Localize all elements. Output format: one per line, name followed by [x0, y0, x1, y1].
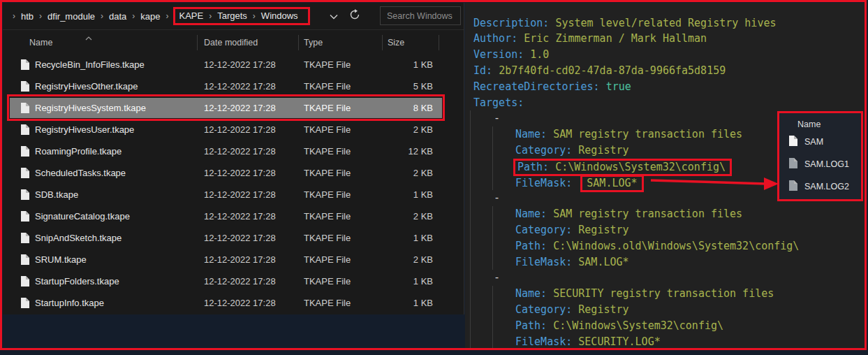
file-date-modified: 12-12-2022 17:28 — [204, 227, 276, 249]
file-row[interactable]: RegistryHivesSystem.tkape12-12-2022 17:2… — [3, 97, 464, 119]
yaml-key: RecreateDirectories: — [473, 80, 600, 93]
annotation-overlay-file-list: Name SAMSAM.LOG1SAM.LOG2 — [777, 111, 863, 201]
breadcrumb-item-data[interactable]: data — [106, 11, 129, 22]
yaml-value: SECURITY registry transaction files — [553, 287, 774, 300]
file-row[interactable]: RoamingProfile.tkape12-12-2022 17:28TKAP… — [3, 140, 464, 162]
breadcrumb-chevron-icon: › — [98, 11, 106, 21]
yaml-line-author: Author: Eric Zimmerman / Mark Hallman — [473, 31, 866, 47]
column-header-size[interactable]: Size — [388, 32, 404, 53]
file-icon — [21, 124, 29, 137]
address-dropdown-icon[interactable] — [330, 10, 338, 22]
overlay-file-name: SAM — [804, 137, 823, 147]
file-size: 2 KB — [352, 162, 433, 184]
yaml-dash: - — [494, 271, 500, 284]
file-size: 12 KB — [352, 140, 433, 162]
file-row[interactable]: SnipAndSketch.tkape12-12-2022 17:28TKAPE… — [3, 227, 464, 249]
file-row[interactable]: StartupInfo.tkape12-12-2022 17:28TKAPE F… — [3, 292, 464, 314]
column-header-type[interactable]: Type — [304, 32, 323, 53]
yaml-line-filemask: FileMask: SAM.LOG* — [473, 254, 866, 270]
yaml-line-targets: Targets: — [473, 95, 866, 111]
file-name: SnipAndSketch.tkape — [35, 227, 122, 249]
annotation-box-filemask: SAM.LOG* — [580, 175, 643, 192]
file-type: TKAPE File — [304, 205, 351, 227]
breadcrumb-item-htb[interactable]: htb — [18, 11, 36, 22]
file-size: 1 KB — [352, 270, 433, 292]
breadcrumb-item-Windows[interactable]: Windows — [258, 10, 301, 21]
search-box — [380, 6, 461, 25]
yaml-list-dash: - — [473, 270, 866, 286]
yaml-key: FileMask: — [515, 335, 572, 348]
column-headers: NameDate modifiedTypeSize — [3, 32, 464, 53]
file-icon — [21, 254, 29, 267]
column-divider — [197, 35, 198, 50]
file-row[interactable]: SDB.tkape12-12-2022 17:28TKAPE File1 KB — [3, 184, 464, 205]
yaml-value: SAM registry transaction files — [553, 208, 742, 220]
breadcrumb-highlight-box: KAPE›Targets›Windows — [173, 7, 310, 25]
file-type: TKAPE File — [304, 184, 351, 205]
yaml-key: Name: — [515, 208, 547, 220]
overlay-file-row[interactable]: SAM — [779, 131, 861, 153]
file-type: TKAPE File — [304, 75, 351, 97]
file-name: StartupFolders.tkape — [35, 270, 119, 292]
file-type: TKAPE File — [304, 249, 351, 270]
file-icon — [789, 180, 797, 193]
yaml-key: Targets: — [473, 96, 524, 109]
breadcrumb-chevron-icon: › — [129, 11, 138, 21]
overlay-file-row[interactable]: SAM.LOG1 — [779, 153, 861, 175]
file-type: TKAPE File — [304, 270, 351, 292]
file-name: RegistryHivesOther.tkape — [35, 75, 138, 97]
file-date-modified: 12-12-2022 17:28 — [204, 162, 276, 184]
yaml-value: Registry — [578, 224, 628, 236]
file-icon — [21, 233, 29, 245]
file-icon — [21, 276, 29, 289]
file-date-modified: 12-12-2022 17:28 — [204, 292, 276, 314]
column-header-name[interactable]: Name — [29, 32, 52, 53]
file-icon — [21, 146, 29, 159]
breadcrumb-chevron-icon: › — [163, 11, 172, 21]
refresh-icon[interactable] — [349, 9, 360, 23]
breadcrumb-item-KAPE[interactable]: KAPE — [177, 10, 207, 21]
yaml-value: C:\Windows\System32\config\ — [553, 319, 723, 332]
file-row[interactable]: RegistryHivesUser.tkape12-12-2022 17:28T… — [3, 119, 464, 140]
breadcrumb-item-kape[interactable]: kape — [138, 11, 163, 22]
annotation-arrow — [650, 174, 780, 192]
search-input[interactable] — [381, 7, 460, 24]
yaml-key: Version: — [473, 48, 524, 61]
file-list: RecycleBin_InfoFiles.tkape12-12-2022 17:… — [3, 54, 464, 314]
yaml-line-category: Category: Registry — [473, 302, 866, 318]
file-icon — [789, 136, 797, 148]
explorer-toolbar: ›htb›dfir_module›data›kape›KAPE›Targets›… — [3, 3, 464, 30]
address-bar-icons — [330, 3, 360, 29]
file-row[interactable]: ScheduledTasks.tkape12-12-2022 17:28TKAP… — [3, 162, 464, 184]
file-icon — [21, 81, 29, 94]
yaml-key: Category: — [515, 144, 572, 157]
yaml-key: Path: — [515, 240, 547, 252]
yaml-line-name: Name: SECURITY registry transaction file… — [473, 286, 866, 302]
yaml-value: C:\Windows.old\Windows\System32\config\ — [553, 240, 799, 252]
file-date-modified: 12-12-2022 17:28 — [204, 205, 276, 227]
file-row[interactable]: SRUM.tkape12-12-2022 17:28TKAPE File2 KB — [3, 249, 464, 270]
overlay-file-row[interactable]: SAM.LOG2 — [779, 175, 861, 198]
breadcrumb-item-dfir_module[interactable]: dfir_module — [45, 11, 98, 22]
file-size: 1 KB — [352, 54, 433, 75]
column-header-date-modified[interactable]: Date modified — [204, 32, 258, 53]
file-size: 2 KB — [352, 119, 433, 140]
file-row[interactable]: RegistryHivesOther.tkape12-12-2022 17:28… — [3, 75, 464, 97]
breadcrumb-chevron-icon: › — [250, 11, 258, 21]
file-date-modified: 12-12-2022 17:28 — [204, 119, 276, 140]
file-explorer-panel: ›htb›dfir_module›data›kape›KAPE›Targets›… — [3, 3, 464, 314]
yaml-key: FileMask: — [515, 177, 572, 189]
file-type: TKAPE File — [304, 54, 351, 75]
file-icon — [21, 298, 29, 310]
column-divider — [298, 35, 299, 50]
breadcrumb-chevron-icon: › — [36, 11, 45, 21]
file-date-modified: 12-12-2022 17:28 — [204, 184, 276, 205]
file-name: StartupInfo.tkape — [35, 292, 104, 314]
yaml-value: SECURITY.LOG* — [578, 335, 660, 348]
file-name: RegistryHivesSystem.tkape — [35, 97, 146, 119]
breadcrumb-item-Targets[interactable]: Targets — [214, 10, 250, 21]
file-row[interactable]: RecycleBin_InfoFiles.tkape12-12-2022 17:… — [3, 54, 464, 75]
yaml-value: C:\Windows\System32\config\ — [555, 161, 726, 173]
file-row[interactable]: StartupFolders.tkape12-12-2022 17:28TKAP… — [3, 270, 464, 292]
file-row[interactable]: SignatureCatalog.tkape12-12-2022 17:28TK… — [3, 205, 464, 227]
